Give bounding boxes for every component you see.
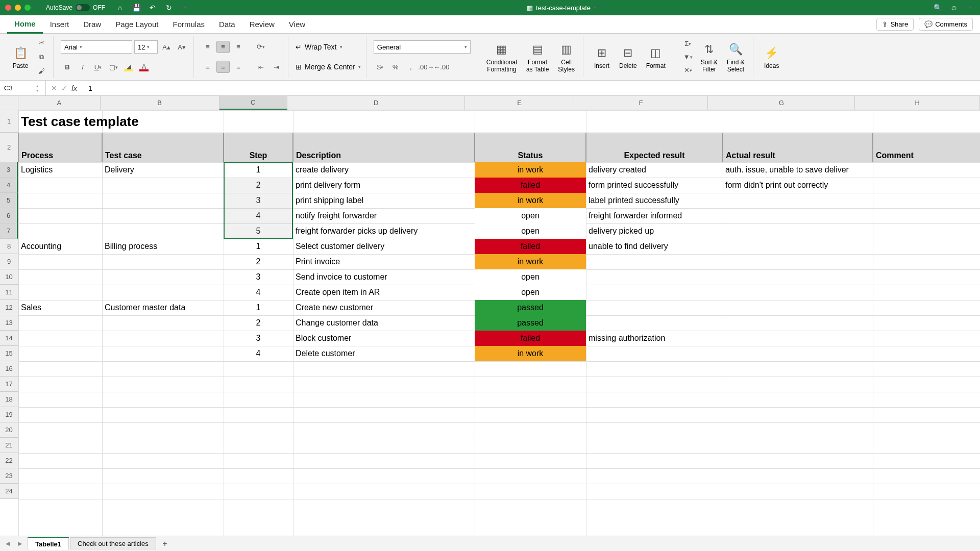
cell-E4[interactable]: failed: [475, 178, 586, 193]
cell-E10[interactable]: open: [475, 269, 586, 285]
tab-insert[interactable]: Insert: [43, 15, 77, 34]
cell-C13[interactable]: 2: [224, 315, 293, 331]
cell-D10[interactable]: Send invoice to customer: [293, 269, 475, 285]
toggle-icon[interactable]: [76, 4, 90, 11]
cell-C11[interactable]: 4: [224, 285, 293, 300]
maximize-window-icon[interactable]: [24, 5, 31, 11]
cell-E2[interactable]: Status: [475, 133, 586, 162]
cell-B4[interactable]: [102, 178, 224, 193]
cell-H12[interactable]: [873, 300, 980, 315]
increase-font-icon[interactable]: A▴: [160, 41, 173, 53]
row-header-20[interactable]: 20: [0, 422, 18, 438]
align-middle-icon[interactable]: ≡: [216, 41, 230, 53]
orientation-icon[interactable]: ⟳▾: [254, 41, 267, 53]
cell-F5[interactable]: label printed successfully: [586, 193, 723, 208]
cell-G10[interactable]: [723, 269, 873, 285]
cell-F9[interactable]: [586, 254, 723, 269]
cell-C12[interactable]: 1: [224, 300, 293, 315]
cell-A7[interactable]: [18, 223, 102, 239]
cell-A5[interactable]: [18, 193, 102, 208]
row-header-1[interactable]: 1: [0, 110, 18, 133]
cell-G11[interactable]: [723, 285, 873, 300]
ideas-button[interactable]: ⚡Ideas: [761, 44, 783, 70]
decrease-font-icon[interactable]: A▾: [175, 41, 188, 53]
user-account-icon[interactable]: ☺: [949, 3, 959, 12]
cell-A12[interactable]: Sales: [18, 300, 102, 315]
cell-D11[interactable]: Create open item in AR: [293, 285, 475, 300]
cell-E5[interactable]: in work: [475, 193, 586, 208]
align-top-icon[interactable]: ≡: [201, 41, 214, 53]
close-window-icon[interactable]: [5, 5, 11, 11]
cell-B3[interactable]: Delivery: [102, 162, 224, 178]
row-header-10[interactable]: 10: [0, 269, 18, 285]
cell-F12[interactable]: [586, 300, 723, 315]
column-header-F[interactable]: F: [574, 96, 708, 110]
wrap-text-button[interactable]: ↵Wrap Text▾: [296, 43, 361, 51]
cell-H5[interactable]: [873, 193, 980, 208]
cell-E6[interactable]: open: [475, 208, 586, 223]
cell-H7[interactable]: [873, 223, 980, 239]
cell-G12[interactable]: [723, 300, 873, 315]
cell-F13[interactable]: [586, 315, 723, 331]
row-header-3[interactable]: 3: [0, 162, 18, 178]
cell-G6[interactable]: [723, 208, 873, 223]
row-header-14[interactable]: 14: [0, 331, 18, 346]
cell-D7[interactable]: freight forwarder picks up delivery: [293, 223, 475, 239]
cell-H14[interactable]: [873, 331, 980, 346]
row-header-7[interactable]: 7: [0, 223, 18, 239]
cell-B8[interactable]: Billing process: [102, 239, 224, 254]
row-header-4[interactable]: 4: [0, 178, 18, 193]
cell-B14[interactable]: [102, 331, 224, 346]
copy-icon[interactable]: ⧉: [35, 51, 48, 63]
cell-G4[interactable]: form didn't print out correctly: [723, 178, 873, 193]
cell-G14[interactable]: [723, 331, 873, 346]
tab-formulas[interactable]: Formulas: [165, 15, 212, 34]
cell-E14[interactable]: failed: [475, 331, 586, 346]
column-header-G[interactable]: G: [708, 96, 855, 110]
share-button[interactable]: ⇪Share: [876, 18, 914, 31]
cell-A2[interactable]: Process: [18, 133, 102, 162]
cell-G7[interactable]: [723, 223, 873, 239]
sheet-next-icon[interactable]: ▶: [15, 539, 24, 548]
cancel-formula-icon[interactable]: ✕: [51, 84, 57, 92]
formula-input[interactable]: 1: [85, 84, 980, 92]
cell-G15[interactable]: [723, 346, 873, 361]
cell-H11[interactable]: [873, 285, 980, 300]
row-header-19[interactable]: 19: [0, 407, 18, 422]
cell-G9[interactable]: [723, 254, 873, 269]
cell-C9[interactable]: 2: [224, 254, 293, 269]
cell-D2[interactable]: Description: [293, 133, 475, 162]
cell-A1[interactable]: Test case template: [18, 110, 293, 133]
cell-C8[interactable]: 1: [224, 239, 293, 254]
cell-A10[interactable]: [18, 269, 102, 285]
qat-dropdown-icon[interactable]: ▼: [181, 3, 190, 12]
ribbon-options-icon[interactable]: ▾: [966, 3, 975, 12]
align-right-icon[interactable]: ≡: [232, 61, 245, 73]
tab-home[interactable]: Home: [7, 15, 43, 34]
cell-E9[interactable]: in work: [475, 254, 586, 269]
row-header-9[interactable]: 9: [0, 254, 18, 269]
cell-D6[interactable]: notify freight forwarder: [293, 208, 475, 223]
row-header-6[interactable]: 6: [0, 208, 18, 223]
sort-filter-button[interactable]: ⇅Sort & Filter: [698, 40, 721, 74]
row-header-5[interactable]: 5: [0, 193, 18, 208]
cell-F14[interactable]: missing authorization: [586, 331, 723, 346]
row-header-21[interactable]: 21: [0, 438, 18, 453]
cell-A6[interactable]: [18, 208, 102, 223]
currency-icon[interactable]: $▾: [374, 61, 387, 73]
name-box[interactable]: C3 ▴▾: [0, 81, 46, 95]
cell-G3[interactable]: auth. issue, unable to save deliver: [723, 162, 873, 178]
format-as-table-button[interactable]: ▤Format as Table: [523, 40, 552, 74]
cells-area[interactable]: Test case templateProcessTest caseStepDe…: [18, 110, 980, 536]
underline-button[interactable]: U▾: [91, 61, 105, 73]
tab-page-layout[interactable]: Page Layout: [108, 15, 165, 34]
column-header-E[interactable]: E: [465, 96, 574, 110]
cell-F4[interactable]: form printed successfully: [586, 178, 723, 193]
cell-D12[interactable]: Create new customer: [293, 300, 475, 315]
row-header-11[interactable]: 11: [0, 285, 18, 300]
redo-icon[interactable]: ↻: [164, 3, 174, 12]
cell-A3[interactable]: Logistics: [18, 162, 102, 178]
cell-B10[interactable]: [102, 269, 224, 285]
search-icon[interactable]: 🔍: [933, 3, 942, 12]
cell-F7[interactable]: delivery picked up: [586, 223, 723, 239]
